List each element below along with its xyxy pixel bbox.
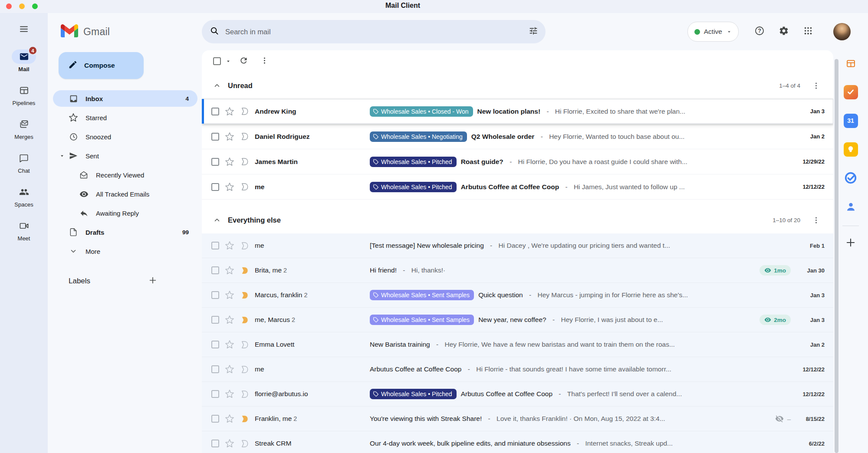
streak-pipeline-icon[interactable] [240,157,249,166]
email-row[interactable]: meWholesale Sales • PitchedArbutus Coffe… [202,174,833,200]
section-more-button[interactable] [807,77,825,94]
sidebar-item-sent[interactable]: Sent [53,148,197,164]
search-bar[interactable] [202,20,546,43]
main-menu-button[interactable] [14,20,34,40]
sidebar-item-awaiting-reply[interactable]: Awaiting Reply [53,205,197,221]
email-row[interactable]: Brita, me2Hi friend! - Hi, thanks!·1moJa… [202,258,833,283]
rail-item-meet[interactable]: Meet [12,219,36,242]
sidebar-item-recently-viewed[interactable]: Recently Viewed [53,167,197,183]
star-icon[interactable] [225,439,234,448]
panel-streak-mail-button[interactable] [841,82,860,102]
star-icon[interactable] [225,132,234,141]
row-checkbox[interactable] [211,266,219,274]
close-window-button[interactable] [6,3,12,9]
search-input[interactable] [224,27,519,36]
sidebar-item-drafts[interactable]: Drafts99 [53,224,197,240]
pipeline-stage-badge[interactable]: Wholesale Sales • Closed - Won [370,106,473,117]
email-row[interactable]: Franklin, me2You're viewing this with St… [202,407,833,431]
pipeline-stage-badge[interactable]: Wholesale Sales • Pitched [370,182,457,192]
streak-pipeline-icon[interactable] [240,182,249,191]
rail-item-mail[interactable]: 4Mail [12,49,36,72]
email-row[interactable]: Andrew KingWholesale Sales • Closed - Wo… [202,99,833,124]
rail-item-merges[interactable]: Merges [12,117,36,140]
list-scrollbar[interactable] [835,59,838,453]
star-icon[interactable] [225,266,234,275]
email-row[interactable]: meArbutus Coffee at Coffee Coop - Hi Flo… [202,357,833,382]
create-label-button[interactable] [145,273,161,289]
star-icon[interactable] [225,414,234,423]
pipeline-stage-badge[interactable]: Wholesale Sales • Sent Samples [370,290,474,300]
star-icon[interactable] [225,241,234,250]
row-checkbox[interactable] [211,341,219,348]
help-button[interactable]: ? [750,22,769,41]
streak-pipeline-icon[interactable] [240,315,249,325]
streak-pipeline-icon[interactable] [240,439,249,448]
row-checkbox[interactable] [211,183,219,191]
collapse-section-button[interactable] [213,82,221,89]
email-row[interactable]: James MartinWholesale Sales • PitchedRoa… [202,149,833,174]
row-checkbox[interactable] [211,440,219,447]
sidebar-item-starred[interactable]: Starred [53,109,197,126]
rail-item-pipelines[interactable]: Pipelines [12,83,36,106]
refresh-button[interactable] [235,53,252,70]
select-all-checkbox[interactable] [213,57,221,65]
star-icon[interactable] [225,315,234,325]
star-icon[interactable] [225,290,234,300]
streak-pipeline-icon[interactable] [240,340,249,349]
expander-caret-icon[interactable] [59,153,65,159]
streak-pipeline-icon[interactable] [240,414,249,423]
panel-tasks-button[interactable] [841,168,860,187]
sidebar-item-more[interactable]: More [53,243,197,259]
rail-item-spaces[interactable]: Spaces [12,185,36,208]
email-row[interactable]: Streak CRMOur 4-day work week, bulk pipe… [202,431,833,453]
minimize-window-button[interactable] [19,3,25,9]
star-icon[interactable] [225,157,234,167]
streak-pipeline-icon[interactable] [240,291,249,300]
panel-calendar-button[interactable]: 31 [841,111,860,130]
streak-pipeline-icon[interactable] [240,132,249,141]
star-icon[interactable] [225,389,234,399]
row-checkbox[interactable] [211,108,219,115]
streak-pipeline-icon[interactable] [240,390,249,399]
avatar[interactable] [833,23,851,40]
more-options-button[interactable] [256,53,273,70]
row-checkbox[interactable] [211,390,219,398]
status-dropdown[interactable]: Active [687,22,739,42]
pipeline-stage-badge[interactable]: Wholesale Sales • Negotiating [370,131,467,142]
email-row[interactable]: me, Marcus2Wholesale Sales • Sent Sample… [202,308,833,332]
sidebar-item-snoozed[interactable]: Snoozed [53,128,197,145]
email-row[interactable]: me[Test message] New wholesale pricing -… [202,233,833,258]
panel-contacts-button[interactable] [841,197,860,216]
search-options-button[interactable] [524,22,543,41]
rail-item-chat[interactable]: Chat [12,151,36,174]
star-icon[interactable] [225,182,234,192]
collapse-section-button[interactable] [213,216,221,224]
section-more-button[interactable] [807,211,825,229]
streak-pipeline-icon[interactable] [240,241,249,250]
select-caret-icon[interactable] [225,58,231,64]
email-row[interactable]: Emma LovettNew Barista training - Hey Fl… [202,332,833,357]
row-checkbox[interactable] [211,291,219,299]
email-row[interactable]: Daniel RodriguezWholesale Sales • Negoti… [202,124,833,149]
streak-pipeline-icon[interactable] [240,365,249,374]
row-checkbox[interactable] [211,133,219,141]
star-icon[interactable] [225,107,234,116]
streak-pipeline-icon[interactable] [240,107,249,116]
row-checkbox[interactable] [211,415,219,423]
star-icon[interactable] [225,340,234,349]
pipeline-stage-badge[interactable]: Wholesale Sales • Pitched [370,157,457,167]
compose-button[interactable]: Compose [59,52,144,79]
get-add-ons-button[interactable] [841,234,860,253]
row-checkbox[interactable] [211,242,219,249]
row-checkbox[interactable] [211,365,219,373]
sidebar-item-all-tracked-emails[interactable]: All Tracked Emails [53,186,197,202]
pipeline-stage-badge[interactable]: Wholesale Sales • Sent Samples [370,315,474,325]
pipeline-stage-badge[interactable]: Wholesale Sales • Pitched [370,389,457,399]
email-row[interactable]: Marcus, franklin2Wholesale Sales • Sent … [202,283,833,308]
streak-pipeline-icon[interactable] [240,266,249,275]
settings-button[interactable] [774,22,793,41]
panel-streak-pipelines-button[interactable] [841,54,860,73]
star-icon[interactable] [225,364,234,374]
row-checkbox[interactable] [211,316,219,324]
maximize-window-button[interactable] [32,3,38,9]
